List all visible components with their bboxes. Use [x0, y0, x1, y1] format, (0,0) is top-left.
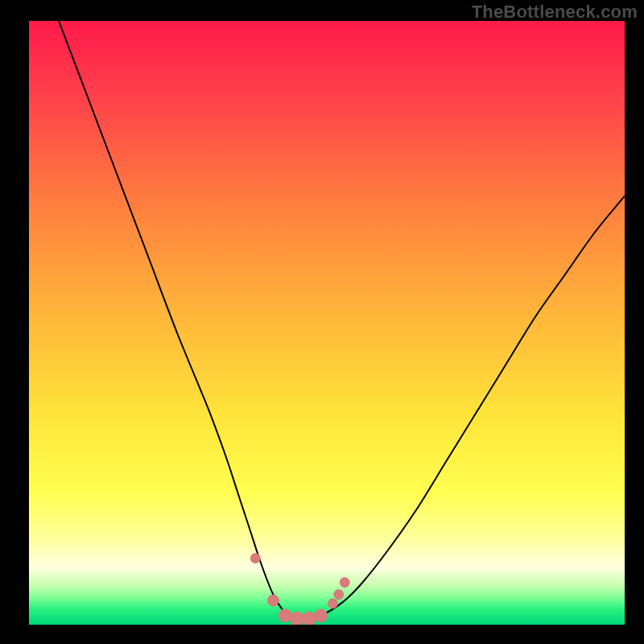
marker-point	[334, 590, 344, 600]
marker-point	[328, 599, 337, 609]
marker-point	[315, 609, 328, 622]
chart-frame: TheBottleneck.com	[0, 0, 644, 644]
marker-point	[250, 554, 260, 564]
marker-point	[302, 612, 316, 625]
plot-area	[29, 21, 625, 625]
bottleneck-chart	[29, 21, 625, 625]
marker-point	[279, 609, 291, 622]
marker-point	[267, 595, 279, 606]
gradient-background	[29, 21, 625, 625]
watermark-label: TheBottleneck.com	[472, 2, 638, 23]
marker-point	[340, 578, 349, 588]
